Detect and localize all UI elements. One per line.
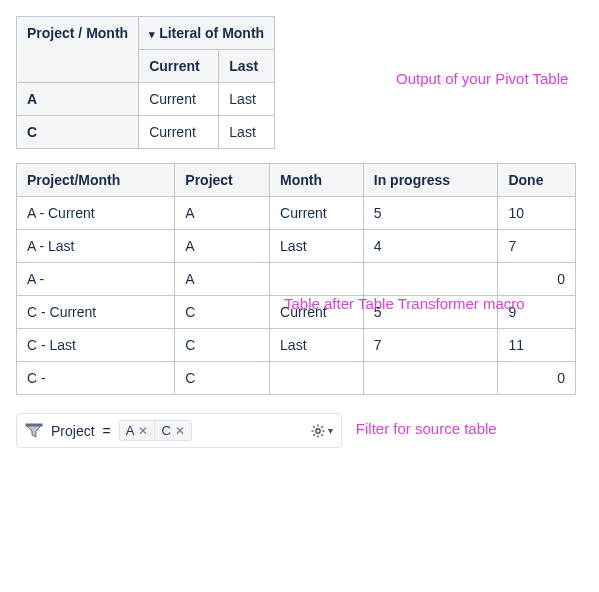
pivot-row-project: A xyxy=(17,83,139,116)
table-row: A - CurrentACurrent510 xyxy=(17,197,576,230)
pivot-cell: Last xyxy=(219,116,275,149)
filter-chip[interactable]: A✕ xyxy=(120,421,155,440)
pivot-cell: Last xyxy=(219,83,275,116)
chevron-down-icon: ▾ xyxy=(328,425,333,436)
svg-point-1 xyxy=(316,428,320,432)
dt-cell-in_progress xyxy=(363,263,498,296)
svg-rect-0 xyxy=(26,423,43,426)
filter-chip[interactable]: C✕ xyxy=(154,421,190,440)
table-row: C - LastCLast711 xyxy=(17,329,576,362)
pivot-subheader-last: Last xyxy=(219,50,275,83)
filter-chip-group: A✕C✕ xyxy=(119,420,192,441)
dt-cell-pm: A - Current xyxy=(17,197,175,230)
dt-cell-project: A xyxy=(175,230,270,263)
pivot-header-literal-label: Literal of Month xyxy=(159,25,264,41)
data-table: Project/Month Project Month In progress … xyxy=(16,163,576,395)
pivot-cell: Current xyxy=(139,116,219,149)
svg-line-7 xyxy=(321,434,322,435)
dt-cell-month xyxy=(270,362,364,395)
dt-cell-done: 9 xyxy=(498,296,576,329)
filter-chip-label: A xyxy=(126,423,135,438)
dt-header-inprogress: In progress xyxy=(363,164,498,197)
dt-cell-project: A xyxy=(175,263,270,296)
svg-line-9 xyxy=(321,426,322,427)
dt-cell-project: C xyxy=(175,362,270,395)
dt-cell-pm: C - Current xyxy=(17,296,175,329)
dt-cell-month: Current xyxy=(270,197,364,230)
filter-settings-button[interactable]: ▾ xyxy=(310,423,333,439)
dt-header-done: Done xyxy=(498,164,576,197)
filter-eq: = xyxy=(103,423,111,439)
close-icon[interactable]: ✕ xyxy=(138,424,148,438)
annotation-pivot: Output of your Pivot Table xyxy=(396,70,568,87)
pivot-table: Project / Month ▾Literal of Month Curren… xyxy=(16,16,275,149)
dt-cell-pm: A - xyxy=(17,263,175,296)
dt-cell-pm: C - xyxy=(17,362,175,395)
dt-cell-in_progress: 4 xyxy=(363,230,498,263)
table-row: A -A0 xyxy=(17,263,576,296)
dt-header-pm: Project/Month xyxy=(17,164,175,197)
dt-cell-in_progress: 5 xyxy=(363,296,498,329)
dt-header-project: Project xyxy=(175,164,270,197)
annotation-filter: Filter for source table xyxy=(356,420,497,437)
table-row: C -C0 xyxy=(17,362,576,395)
dt-header-month: Month xyxy=(270,164,364,197)
svg-line-6 xyxy=(313,426,314,427)
dt-cell-month: Current xyxy=(270,296,364,329)
table-row: C - CurrentCCurrent59 xyxy=(17,296,576,329)
pivot-header-literal[interactable]: ▾Literal of Month xyxy=(139,17,275,50)
dt-cell-in_progress: 7 xyxy=(363,329,498,362)
pivot-row-project: C xyxy=(17,116,139,149)
table-row: A Current Last xyxy=(17,83,275,116)
dt-cell-in_progress xyxy=(363,362,498,395)
dt-cell-done: 0 xyxy=(498,362,576,395)
dt-cell-month: Last xyxy=(270,230,364,263)
dt-cell-project: C xyxy=(175,329,270,362)
pivot-subheader-current: Current xyxy=(139,50,219,83)
filter-label: Project xyxy=(51,423,95,439)
dt-cell-in_progress: 5 xyxy=(363,197,498,230)
filter-icon xyxy=(25,423,43,439)
pivot-cell: Current xyxy=(139,83,219,116)
dt-cell-project: A xyxy=(175,197,270,230)
filter-chip-label: C xyxy=(161,423,170,438)
dt-cell-pm: C - Last xyxy=(17,329,175,362)
dt-cell-month: Last xyxy=(270,329,364,362)
filter-bar[interactable]: Project = A✕C✕ xyxy=(16,413,342,448)
chevron-down-icon[interactable]: ▾ xyxy=(149,28,155,41)
dt-cell-done: 11 xyxy=(498,329,576,362)
dt-cell-pm: A - Last xyxy=(17,230,175,263)
dt-cell-done: 0 xyxy=(498,263,576,296)
table-row: C Current Last xyxy=(17,116,275,149)
close-icon[interactable]: ✕ xyxy=(175,424,185,438)
table-row: A - LastALast47 xyxy=(17,230,576,263)
dt-cell-done: 7 xyxy=(498,230,576,263)
dt-cell-project: C xyxy=(175,296,270,329)
svg-line-8 xyxy=(313,434,314,435)
dt-cell-month xyxy=(270,263,364,296)
dt-cell-done: 10 xyxy=(498,197,576,230)
pivot-header-project-month: Project / Month xyxy=(17,17,139,83)
gear-icon xyxy=(310,423,326,439)
